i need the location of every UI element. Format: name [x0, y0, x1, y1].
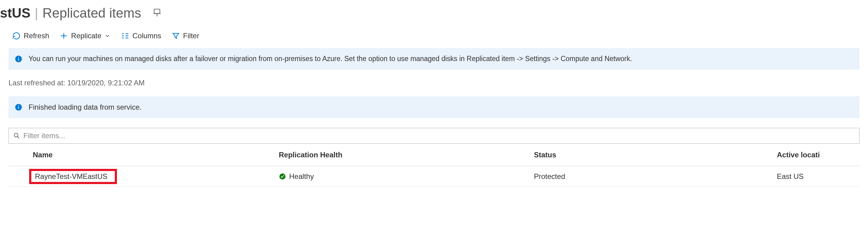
info-message: You can run your machines on managed dis…	[29, 55, 632, 63]
row-status-cell: Protected	[534, 172, 777, 181]
svg-rect-5	[18, 107, 19, 109]
refresh-label: Refresh	[24, 32, 49, 40]
status-banner: Finished loading data from service.	[8, 96, 860, 118]
status-message: Finished loading data from service.	[29, 103, 142, 112]
svg-rect-0	[154, 9, 160, 14]
last-refreshed-label: Last refreshed at:	[8, 79, 65, 87]
row-health-cell: Healthy	[289, 172, 314, 181]
refresh-button[interactable]: Refresh	[12, 32, 49, 40]
svg-rect-6	[18, 105, 19, 106]
page-header: stUS | Replicated items	[0, 0, 868, 26]
page-title-prefix: stUS	[0, 5, 30, 21]
row-location-cell: East US	[777, 172, 860, 181]
refresh-icon	[12, 32, 21, 40]
row-name-cell[interactable]: RayneTest-VMEastUS	[29, 169, 117, 184]
pin-icon[interactable]	[152, 5, 162, 21]
svg-point-7	[14, 133, 18, 137]
svg-rect-2	[18, 58, 19, 60]
col-header-status[interactable]: Status	[534, 151, 777, 159]
columns-button[interactable]: Columns	[121, 32, 161, 40]
table-header: Name Replication Health Status Active lo…	[8, 144, 860, 166]
replicate-label: Replicate	[71, 32, 101, 40]
search-icon	[13, 132, 20, 140]
filter-button[interactable]: Filter	[172, 32, 199, 40]
info-icon	[14, 103, 23, 111]
col-header-active-location[interactable]: Active locati	[777, 151, 860, 159]
col-header-replication-health[interactable]: Replication Health	[279, 151, 534, 159]
filter-icon	[172, 32, 180, 40]
title-divider: |	[35, 5, 38, 21]
info-banner: You can run your machines on managed dis…	[8, 48, 860, 69]
last-refreshed-value: 10/19/2020, 9:21:02 AM	[67, 79, 145, 87]
last-refreshed: Last refreshed at: 10/19/2020, 9:21:02 A…	[0, 72, 868, 94]
columns-label: Columns	[132, 32, 161, 40]
filter-items-box[interactable]	[8, 128, 860, 144]
healthy-icon	[279, 173, 286, 180]
svg-rect-3	[18, 57, 19, 57]
page-subtitle: Replicated items	[42, 5, 141, 21]
chevron-down-icon	[104, 33, 111, 39]
filter-label: Filter	[183, 32, 199, 40]
info-icon	[14, 55, 23, 63]
plus-icon	[60, 32, 68, 40]
columns-icon	[121, 32, 129, 40]
table-row[interactable]: RayneTest-VMEastUS Healthy Protected Eas…	[8, 166, 860, 187]
replicate-button[interactable]: Replicate	[60, 32, 111, 40]
filter-items-input[interactable]	[23, 131, 855, 140]
col-header-name[interactable]: Name	[8, 151, 279, 159]
replicated-items-table: Name Replication Health Status Active lo…	[8, 144, 860, 187]
command-bar: Refresh Replicate Columns Filter	[0, 26, 868, 45]
